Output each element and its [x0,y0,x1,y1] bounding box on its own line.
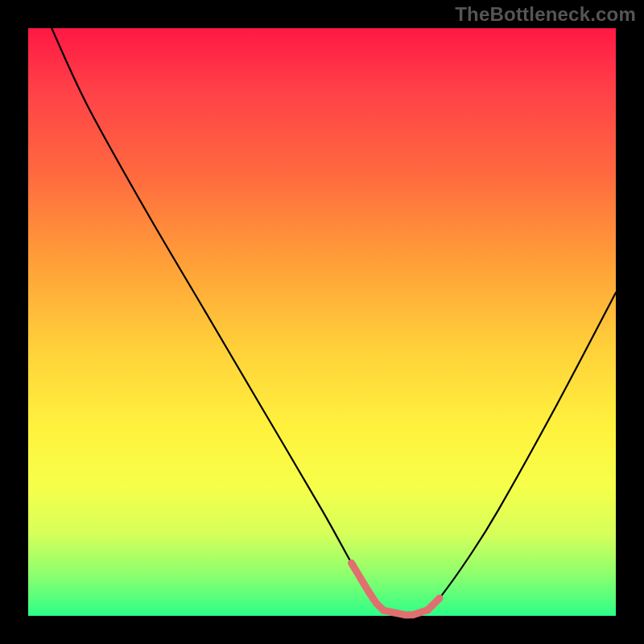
highlight-segment [369,592,427,615]
plot-area [28,28,616,616]
curve-svg [28,28,616,616]
highlight-segment [427,598,440,610]
highlight-segments [352,563,440,615]
highlight-segment [352,563,369,592]
chart-frame: TheBottleneck.com [0,0,644,644]
bottleneck-curve [52,28,616,616]
attribution-label: TheBottleneck.com [455,3,636,26]
